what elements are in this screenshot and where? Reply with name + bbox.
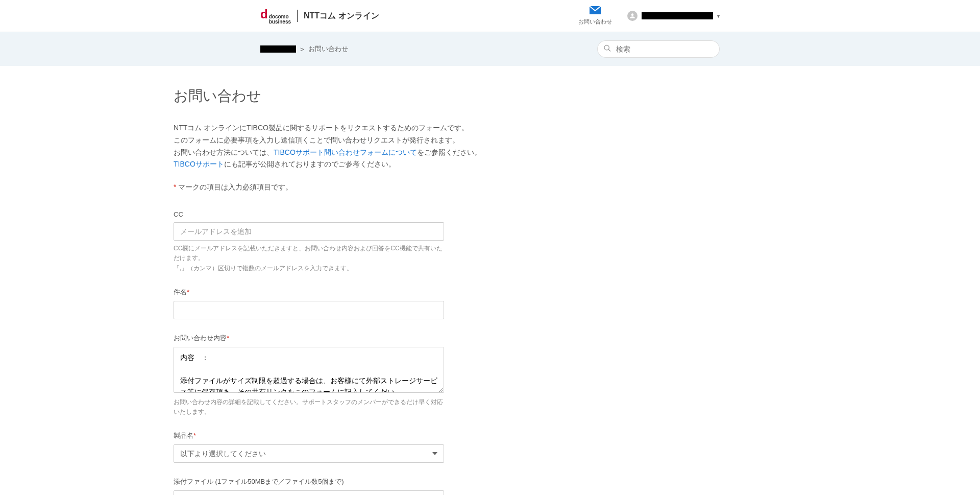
cc-label: CC bbox=[174, 210, 587, 218]
form-group-content: お問い合わせ内容* お問い合わせ内容の詳細を記載してください。サポートスタッフの… bbox=[174, 334, 587, 417]
intro-text: NTTコム オンラインにTIBCO製品に関するサポートをリクエストするためのフォ… bbox=[174, 122, 587, 171]
subject-label: 件名* bbox=[174, 288, 587, 297]
product-label: 製品名* bbox=[174, 431, 587, 440]
intro-line4-suffix: にも記事が公開されておりますのでご参考ください。 bbox=[224, 160, 396, 168]
subject-input[interactable] bbox=[174, 301, 444, 319]
intro-link-form-about[interactable]: TIBCOサポート問い合わせフォームについて bbox=[274, 148, 417, 156]
contact-label: お問い合わせ bbox=[578, 18, 612, 26]
breadcrumb-root[interactable] bbox=[260, 45, 296, 53]
form-group-subject: 件名* bbox=[174, 288, 587, 319]
intro-line2: このフォームに必要事項を入力し送信頂くことで問い合わせリクエストが発行されます。 bbox=[174, 134, 587, 147]
intro-line3-suffix: をご参照ください。 bbox=[417, 148, 481, 156]
user-menu[interactable]: ▾ bbox=[627, 11, 720, 21]
cc-hint: CC欄にメールアドレスを記載いただきますと、お問い合わせ内容および回答をCC機能… bbox=[174, 244, 444, 273]
required-note: * マークの項目は入力必須項目です。 bbox=[174, 183, 587, 192]
attachment-label: 添付ファイル (1ファイル50MBまで／ファイル数5個まで) bbox=[174, 477, 587, 486]
logo-ntt-text: NTTコム オンライン bbox=[304, 11, 379, 21]
logo-area[interactable]: d docomo business NTTコム オンライン bbox=[107, 7, 379, 25]
contact-link[interactable]: お問い合わせ bbox=[578, 6, 612, 26]
product-select[interactable]: 以下より選択してください bbox=[174, 444, 444, 463]
search-box bbox=[597, 40, 720, 58]
mail-icon bbox=[590, 6, 601, 16]
breadcrumb-separator: > bbox=[300, 45, 304, 53]
breadcrumb: > お問い合わせ bbox=[260, 44, 348, 54]
svg-line-3 bbox=[608, 50, 610, 52]
main-content: お問い合わせ NTTコム オンラインにTIBCO製品に関するサポートをリクエスト… bbox=[163, 66, 597, 495]
main-header: d docomo business NTTコム オンライン お問い合わせ bbox=[0, 0, 980, 32]
intro-link-tibco-support[interactable]: TIBCOサポート bbox=[174, 160, 224, 168]
search-input[interactable] bbox=[597, 40, 720, 58]
intro-line3-prefix: お問い合わせ方法については、 bbox=[174, 148, 274, 156]
cc-input[interactable] bbox=[174, 222, 444, 241]
docomo-d-icon: d bbox=[260, 7, 268, 21]
intro-line1: NTTコム オンラインにTIBCO製品に関するサポートをリクエストするためのフォ… bbox=[174, 122, 587, 134]
content-label: お問い合わせ内容* bbox=[174, 334, 587, 343]
logo-divider bbox=[297, 10, 298, 22]
svg-point-2 bbox=[604, 45, 609, 50]
subheader: > お問い合わせ bbox=[0, 32, 980, 66]
avatar-icon bbox=[627, 11, 638, 21]
breadcrumb-current: お問い合わせ bbox=[308, 44, 348, 54]
attachment-dropzone[interactable]: ファイルを追加またはここにファイルをドロップ bbox=[174, 490, 444, 495]
content-textarea[interactable] bbox=[174, 347, 444, 393]
page-title: お問い合わせ bbox=[174, 86, 587, 106]
user-name bbox=[642, 12, 713, 19]
form-group-product: 製品名* 以下より選択してください bbox=[174, 431, 587, 463]
content-hint: お問い合わせ内容の詳細を記載してください。サポートスタッフのメンバーができるだけ… bbox=[174, 397, 444, 417]
form-group-cc: CC CC欄にメールアドレスを記載いただきますと、お問い合わせ内容および回答をC… bbox=[174, 210, 587, 273]
search-icon bbox=[603, 44, 611, 54]
chevron-down-icon: ▾ bbox=[717, 13, 720, 19]
form-group-attachment: 添付ファイル (1ファイル50MBまで／ファイル数5個まで) ファイルを追加また… bbox=[174, 477, 587, 495]
logo-business-text: business bbox=[269, 19, 291, 25]
